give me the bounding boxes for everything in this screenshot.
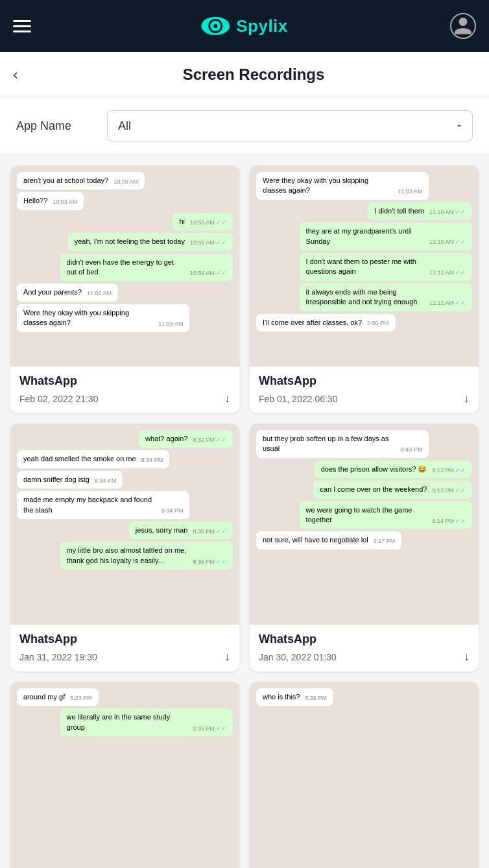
read-ticks: ✓✓ (216, 725, 226, 733)
bubble-text: Hello?? (23, 196, 47, 206)
message-row: yeah dad smelled the smoke on me8:34 PM (17, 450, 233, 470)
bubble-text: yeah dad smelled the smoke on me (23, 454, 136, 464)
message-row: they are at my grandparent's until Sunda… (256, 223, 472, 253)
card-info: WhatsAppFeb 02, 2022 21:30↓ (10, 367, 239, 413)
chat-bubble: damn sniffer dog istg8:34 PM (17, 471, 123, 488)
message-row: Hello??10:53 AM (17, 192, 233, 212)
chat-bubble: made me empty my backpack and found the … (17, 491, 189, 519)
bubble-time: 8:34 PM (95, 477, 117, 485)
chat-bubble: they are at my grandparent's until Sunda… (300, 223, 472, 250)
message-row: my little bro also almost tattled on me,… (17, 542, 233, 572)
back-button[interactable]: ‹ (13, 66, 18, 84)
read-ticks: ✓✓ (216, 269, 226, 278)
chat-preview: aren't you at school today?10:05 AMHello… (10, 165, 239, 367)
chat-bubble: Hello??10:53 AM (17, 192, 84, 210)
bubble-time: 8:36 PM (193, 527, 215, 536)
bubble-time: 9:14 PM (432, 517, 454, 525)
recordings-grid: aren't you at school today?10:05 AMHello… (0, 155, 489, 868)
bubble-time: 11:02 AM (87, 289, 112, 298)
bubble-text: it always ends with me being irresponsib… (306, 287, 424, 307)
chat-bubble: but they prob soften up in a few days as… (256, 430, 429, 458)
message-row: aren't you at school today?10:05 AM (17, 172, 233, 192)
message-row: Were they okay with you skipping classes… (256, 172, 472, 202)
read-ticks: ✓✓ (455, 208, 466, 217)
filter-row: App Name All WhatsApp Instagram Facebook (0, 97, 489, 155)
chat-bubble: yeah, I'm not feeling the best today10:5… (68, 233, 233, 250)
bubble-time: 8:43 PM (401, 446, 423, 454)
bubble-text: what? again? (145, 434, 187, 444)
bubble-text: who is this? (263, 692, 300, 702)
filter-label: App Name (16, 119, 94, 133)
message-row: I didn't tell them11:10 AM✓✓ (256, 202, 472, 223)
message-row: didn't even have the energy to get out o… (17, 254, 233, 284)
chat-preview: who is this?5:28 PM (250, 682, 479, 868)
bubble-text: didn't even have the energy to get out o… (67, 258, 185, 278)
menu-button[interactable] (13, 20, 31, 32)
chat-preview: what? again?8:32 PM✓✓yeah dad smelled th… (10, 424, 239, 625)
chat-bubble: Were they okay with you skipping classes… (17, 304, 189, 332)
chat-bubble: we literally are in the same study group… (60, 708, 233, 736)
chat-bubble: I didn't tell them11:10 AM✓✓ (368, 202, 472, 220)
user-avatar[interactable] (450, 13, 476, 39)
message-row: can I come over on the weekend?9:13 PM✓✓ (256, 481, 472, 501)
bubble-time: 11:03 AM (158, 320, 183, 328)
message-row: what? again?8:32 PM✓✓ (17, 430, 233, 450)
card-date-row: Feb 01, 2022 06:30↓ (259, 392, 470, 405)
bubble-text: Were they okay with you skipping classes… (263, 176, 392, 196)
chat-bubble: yeah dad smelled the smoke on me8:34 PM (17, 450, 169, 468)
bubble-text: they are at my grandparent's until Sunda… (306, 226, 424, 247)
download-button[interactable]: ↓ (224, 392, 230, 405)
bubble-time: 11:12 AM (429, 299, 454, 307)
bubble-time: 9:17 PM (374, 537, 396, 546)
card-date-row: Feb 02, 2022 21:30↓ (19, 392, 230, 405)
chat-bubble: my little bro also almost tattled on me,… (60, 542, 233, 570)
card-date: Jan 30, 2022 01:30 (259, 652, 337, 662)
read-ticks: ✓✓ (216, 219, 226, 227)
card-app-name: WhatsApp (259, 633, 470, 646)
bubble-text: Were they okay with you skipping classes… (23, 308, 153, 328)
bubble-time: 10:55 AM (190, 219, 215, 227)
card-date-row: Jan 30, 2022 01:30↓ (259, 650, 470, 664)
chat-bubble: around my gf5:23 PM (17, 688, 99, 706)
bubble-text: my little bro also almost tattled on me,… (67, 546, 188, 566)
message-row: we were going to watch the game together… (256, 501, 472, 532)
bubble-time: 9:13 PM (432, 466, 454, 475)
card-app-name: WhatsApp (19, 633, 230, 646)
app-header: Spylix (0, 0, 489, 52)
chat-bubble: aren't you at school today?10:05 AM (17, 172, 145, 189)
download-button[interactable]: ↓ (464, 650, 470, 664)
download-button[interactable]: ↓ (464, 392, 470, 405)
card-info: WhatsAppJan 31, 2022 19:30↓ (10, 625, 239, 671)
bubble-text: jesus, sorry man (136, 525, 188, 535)
chat-bubble: I don't want them to pester me with ques… (300, 253, 472, 281)
bubble-text: made me empty my backpack and found the … (23, 495, 156, 515)
chat-bubble: I'll come over after classes, ok?2:50 PM (256, 314, 396, 332)
app-filter-select[interactable]: All WhatsApp Instagram Facebook (107, 110, 473, 141)
chat-bubble: hi10:55 AM✓✓ (173, 213, 233, 230)
chat-bubble: we were going to watch the game together… (300, 501, 472, 529)
download-button[interactable]: ↓ (224, 650, 230, 664)
message-row: damn sniffer dog istg8:34 PM (17, 471, 233, 491)
chat-preview: but they prob soften up in a few days as… (250, 424, 479, 625)
bubble-time: 8:34 PM (141, 456, 163, 464)
bubble-text: can I come over on the weekend? (320, 485, 427, 494)
message-row: around my gf5:23 PM (17, 688, 233, 708)
bubble-time: 2:50 PM (367, 319, 389, 328)
message-row: I don't want them to pester me with ques… (256, 253, 472, 283)
bubble-time: 8:36 PM (193, 558, 215, 566)
read-ticks: ✓✓ (455, 299, 466, 307)
bubble-text: we literally are in the same study group (67, 712, 188, 732)
chat-bubble: what? again?8:32 PM✓✓ (139, 430, 233, 448)
app-logo: Spylix (201, 16, 288, 36)
recording-card: around my gf5:23 PMwe literally are in t… (10, 682, 239, 868)
chat-bubble: didn't even have the energy to get out o… (60, 254, 233, 282)
message-row: made me empty my backpack and found the … (17, 491, 233, 522)
message-row: but they prob soften up in a few days as… (256, 430, 472, 461)
recording-card: aren't you at school today?10:05 AMHello… (10, 165, 239, 413)
read-ticks: ✓✓ (216, 558, 226, 566)
bubble-time: 10:53 AM (53, 198, 77, 206)
bubble-time: 10:55 AM (190, 239, 215, 247)
message-row: And your parents?11:02 AM (17, 283, 233, 304)
read-ticks: ✓✓ (455, 517, 466, 525)
read-ticks: ✓✓ (455, 466, 466, 475)
